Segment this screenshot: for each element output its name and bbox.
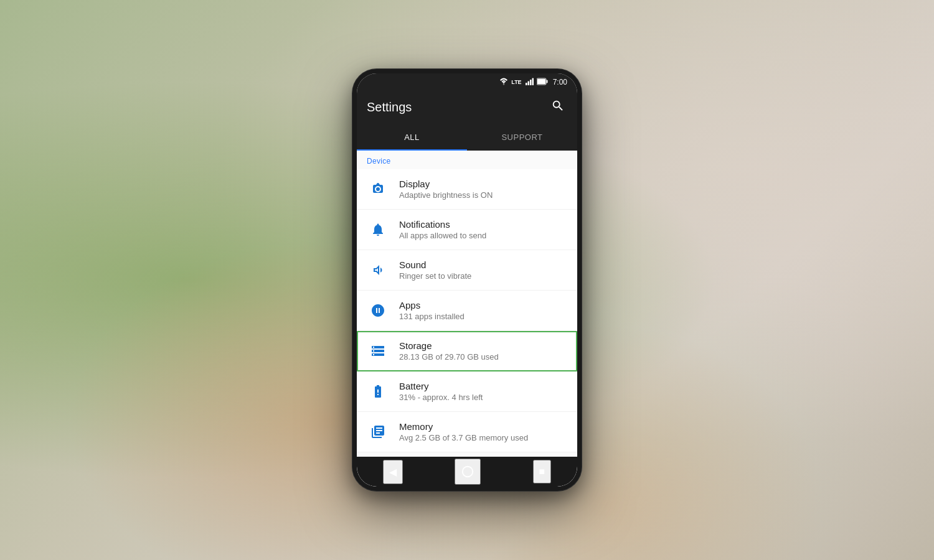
display-icon [367,178,389,200]
battery-subtitle: 31% - approx. 4 hrs left [399,393,567,402]
sound-item[interactable]: Sound Ringer set to vibrate [357,250,577,291]
memory-title: Memory [399,421,567,432]
battery-status-icon [537,78,548,86]
svg-rect-2 [530,80,532,85]
display-subtitle: Adaptive brightness is ON [399,190,567,200]
navigation-bar: ◀ ■ [357,457,577,487]
battery-text: Battery 31% - approx. 4 hrs left [399,381,567,402]
display-title: Display [399,179,567,189]
sound-subtitle: Ringer set to vibrate [399,271,567,281]
notifications-icon [367,218,389,241]
battery-item[interactable]: Battery 31% - approx. 4 hrs left [357,371,577,412]
storage-subtitle: 28.13 GB of 29.70 GB used [399,352,567,362]
device-section-header: Device [357,151,577,169]
sound-title: Sound [399,259,567,270]
notifications-subtitle: All apps allowed to send [399,231,567,240]
storage-text: Storage 28.13 GB of 29.70 GB used [399,340,567,362]
lte-icon: LTE [511,79,521,85]
settings-content: Device Display Adaptive brightness is ON [357,151,577,457]
notifications-text: Notifications All apps allowed to send [399,219,567,240]
notifications-title: Notifications [399,219,567,230]
notifications-item[interactable]: Notifications All apps allowed to send [357,210,577,250]
memory-icon [367,421,389,443]
battery-title: Battery [399,381,567,391]
apps-text: Apps 131 apps installed [399,300,567,321]
display-item[interactable]: Display Adaptive brightness is ON [357,169,577,210]
storage-item[interactable]: Storage 28.13 GB of 29.70 GB used [357,331,577,371]
memory-item[interactable]: Memory Avg 2.5 GB of 3.7 GB memory used [357,412,577,452]
search-button[interactable] [549,96,567,118]
svg-rect-5 [537,79,545,84]
tabs-bar: ALL SUPPORT [357,123,577,151]
phone-screen: LTE [357,73,577,487]
apps-subtitle: 131 apps installed [399,312,567,321]
apps-icon [367,299,389,322]
tab-all[interactable]: ALL [357,123,467,151]
sound-text: Sound Ringer set to vibrate [399,259,567,281]
home-button[interactable] [455,459,481,485]
back-button[interactable]: ◀ [383,460,403,484]
tab-support[interactable]: SUPPORT [467,123,577,151]
apps-title: Apps [399,300,567,310]
storage-icon [367,340,389,362]
status-bar: LTE [357,73,577,91]
svg-rect-3 [532,78,534,86]
phone-wrapper: LTE [352,68,582,492]
apps-item[interactable]: Apps 131 apps installed [357,291,577,331]
phone-device: LTE [352,68,582,492]
app-bar: Settings [357,91,577,123]
svg-rect-1 [527,82,529,86]
svg-rect-0 [526,83,527,85]
time-display: 7:00 [553,78,567,86]
sound-icon [367,259,389,281]
svg-rect-6 [546,80,547,83]
battery-icon [367,380,389,403]
display-text: Display Adaptive brightness is ON [399,179,567,200]
settings-title: Settings [367,100,412,114]
memory-text: Memory Avg 2.5 GB of 3.7 GB memory used [399,421,567,442]
storage-title: Storage [399,340,567,351]
svg-point-7 [463,467,473,477]
memory-subtitle: Avg 2.5 GB of 3.7 GB memory used [399,433,567,442]
signal-bars-icon [525,78,534,86]
status-icons: LTE [499,78,567,86]
wifi-icon [499,78,508,86]
recents-button[interactable]: ■ [533,460,552,483]
